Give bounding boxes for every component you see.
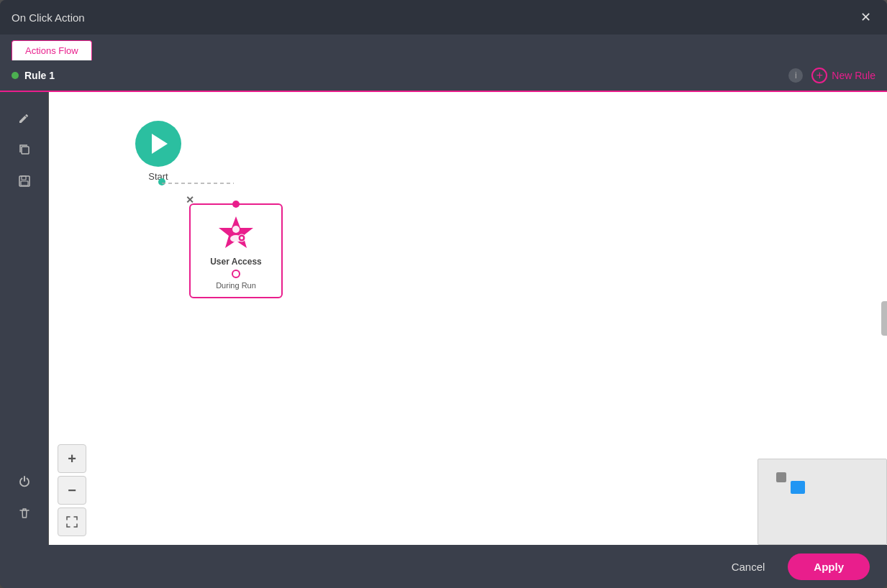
title-bar: On Click Action ✕ [0, 0, 887, 35]
zoom-in-button[interactable]: + [58, 444, 86, 473]
delete-tool-button[interactable] [10, 499, 39, 528]
cancel-button[interactable]: Cancel [717, 555, 780, 579]
svg-rect-3 [21, 181, 28, 185]
user-access-top-connector [232, 201, 240, 208]
svg-rect-0 [22, 147, 29, 154]
power-tool-button[interactable] [10, 467, 39, 496]
apply-button[interactable]: Apply [788, 553, 870, 580]
edit-tool-button[interactable] [10, 104, 39, 132]
fit-button[interactable] [58, 507, 86, 536]
play-icon [152, 134, 168, 154]
minimap-start-node [776, 472, 786, 482]
main-canvas: Start ✕ [49, 92, 887, 545]
start-node[interactable]: Start [135, 121, 181, 182]
tab-actions-flow[interactable]: Actions Flow [12, 40, 92, 60]
rule-info-icon: i [788, 68, 803, 83]
svg-point-9 [240, 236, 243, 239]
dialog: On Click Action ✕ Actions Flow Rule 1 i … [0, 0, 887, 588]
zoom-controls: + − [58, 444, 86, 536]
user-access-label: User Access [210, 257, 262, 267]
tool-group-bottom [10, 467, 39, 528]
rule-right: i + New Rule [788, 68, 875, 83]
copy-tool-button[interactable] [10, 135, 39, 164]
start-circle[interactable] [135, 121, 181, 167]
zoom-out-button[interactable]: − [58, 476, 86, 505]
rule-label: Rule 1 [12, 70, 55, 81]
rule-name: Rule 1 [24, 70, 55, 81]
connector-svg [162, 176, 241, 190]
footer: Cancel Apply [0, 545, 887, 588]
rule-bar: Rule 1 i + New Rule [0, 60, 887, 92]
close-button[interactable]: ✕ [855, 7, 875, 27]
dialog-title: On Click Action [12, 12, 85, 24]
new-rule-label: New Rule [832, 70, 875, 81]
user-access-sublabel: During Run [216, 281, 256, 290]
minimap [758, 459, 887, 545]
user-access-node[interactable]: User Access During Run [189, 203, 283, 298]
tab-bar: Actions Flow [0, 35, 887, 60]
minimap-inner [758, 459, 886, 544]
user-access-bottom-connector [232, 270, 240, 278]
minimap-user-node [791, 481, 805, 494]
canvas-side-handle [881, 301, 887, 336]
canvas-area: Start ✕ [0, 92, 887, 545]
new-rule-plus-icon: + [811, 68, 827, 83]
save-tool-button[interactable] [10, 167, 39, 196]
toolbar-left [0, 92, 49, 545]
svg-point-6 [232, 226, 240, 233]
rule-status-dot [12, 72, 19, 79]
new-rule-button[interactable]: + New Rule [811, 68, 875, 83]
user-access-star-icon [216, 213, 256, 254]
